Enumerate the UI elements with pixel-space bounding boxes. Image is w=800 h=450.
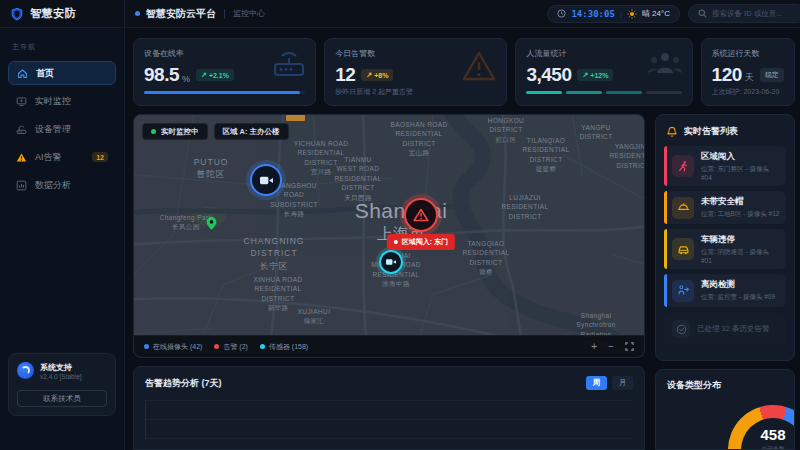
weather-text: 晴 24°C: [642, 8, 670, 19]
cyan-dot-icon: [260, 344, 265, 349]
device-type-donut-chart: 458 总设备数: [728, 405, 795, 450]
check-circle-icon: [672, 320, 690, 338]
stats-row: 设备在线率 98.5 % ↗+2.1% 今日告警数 12 ↗+8%: [133, 38, 795, 106]
map-area-label: TANGQIAO RESIDENTIAL DISTRICT 塘桥: [462, 239, 509, 277]
blue-dot-icon: [144, 344, 149, 349]
park-pin-icon: [205, 216, 218, 231]
legend-cameras: 在线摄像头 (42): [144, 342, 202, 352]
sidebar-item-ai-alerts[interactable]: AI告警 12: [8, 145, 116, 169]
nav-section-label: 主导航: [0, 42, 124, 52]
online-rate-progress: [144, 91, 305, 94]
month-toggle-button[interactable]: 月: [612, 376, 633, 390]
stat-card-alerts-today: 今日告警数 12 ↗+8% 较昨日新增 2 起严重告警: [324, 38, 507, 106]
map-area-label: TILANQIAO RESIDENTIAL DISTRICT 提篮桥: [522, 136, 569, 174]
sun-icon: [627, 9, 637, 19]
zoom-out-button[interactable]: −: [608, 342, 614, 352]
zone-selector-chip[interactable]: 区域 A: 主办公楼: [214, 123, 289, 140]
alert-location: 位置: 消防通道 - 摄像头 #01: [701, 248, 780, 264]
version-text: v2.4.0 [Stable]: [40, 373, 82, 380]
alert-triangle-icon: [413, 208, 429, 222]
monitor-icon: [16, 96, 27, 107]
alert-item-no-helmet[interactable]: 未带安全帽 位置: 工地B区 - 摄像头 #12: [664, 191, 786, 224]
fullscreen-button[interactable]: [625, 342, 634, 351]
contact-support-button[interactable]: 联系技术员: [17, 390, 107, 407]
week-toggle-button[interactable]: 周: [586, 376, 607, 390]
legend-sensors: 传感器 (158): [260, 342, 308, 352]
sidebar-item-label: 设备管理: [35, 123, 71, 136]
clock-icon: [557, 9, 566, 18]
search-input[interactable]: [712, 9, 796, 18]
zoom-in-button[interactable]: +: [591, 342, 597, 352]
status-dot: [135, 11, 140, 16]
map-area-label: YANGJING RESIDENTIAL DISTRICT: [609, 142, 645, 170]
sidebar-item-label: 首页: [36, 67, 54, 80]
live-status-chip: 实时监控中: [142, 123, 208, 140]
alert-location: 位置: 工地B区 - 摄像头 #12: [701, 210, 779, 219]
trend-up-icon: ↗: [582, 71, 588, 79]
map-panel[interactable]: 实时监控中 区域 A: 主办公楼 HONGKOU DISTRICT 虹口区YAN…: [133, 114, 645, 358]
router-icon: [16, 124, 27, 135]
sidebar-item-analytics[interactable]: 数据分析: [8, 173, 116, 197]
stat-value: 12: [335, 64, 355, 86]
stat-label: 系统运行天数: [712, 48, 784, 59]
alert-item-absence[interactable]: 离岗检测 位置: 监控室 - 摄像头 #09: [664, 274, 786, 307]
map-area-label: HONGKOU DISTRICT 虹口区: [488, 116, 524, 144]
map-area-label: XINHUA ROAD RESIDENTIAL DISTRICT 新华路: [253, 275, 302, 313]
stat-note: 上次维护: 2023-06-20: [712, 87, 780, 97]
trend-plot-area: [145, 400, 633, 440]
camera-marker[interactable]: [250, 164, 282, 196]
stat-unit: 天: [745, 71, 754, 86]
bar-chart-icon: [16, 180, 27, 191]
alert-title: 车辆违停: [701, 234, 780, 246]
alert-history-row[interactable]: 已处理 32 条历史告警: [664, 313, 786, 345]
legend-alerts: 告警 (2): [214, 342, 248, 352]
support-title: 系统支持: [40, 362, 82, 373]
topbar: 智慧安防 智慧安防云平台 监控中心 14:30:05 | 晴 24°C: [0, 0, 800, 28]
sensor-marker[interactable]: [379, 250, 403, 274]
device-total-label: 总设备数: [761, 445, 785, 450]
video-camera-icon: [259, 174, 274, 187]
device-total-value: 458: [760, 427, 785, 444]
red-dot-icon: [214, 344, 219, 349]
map-area-label: PUTUO 普陀区: [194, 156, 229, 181]
stat-value: 98.5: [144, 64, 179, 86]
page-title: 智慧安防云平台 监控中心: [125, 7, 265, 21]
trend-up-icon: ↗: [366, 71, 372, 79]
alert-item-intrusion[interactable]: 区域闯入 位置: 东门禁区 - 摄像头 #04: [664, 146, 786, 186]
search-box[interactable]: [688, 4, 800, 23]
warning-triangle-icon: [16, 152, 27, 163]
alert-dot-icon: [394, 240, 398, 244]
stat-card-foot-traffic: 人流量统计 3,450 ↗+12%: [515, 38, 692, 106]
shield-icon: [10, 7, 24, 21]
main-content: 设备在线率 98.5 % ↗+2.1% 今日告警数 12 ↗+8%: [125, 28, 800, 450]
alert-title: 未带安全帽: [701, 196, 779, 208]
map-legend-bar: 在线摄像头 (42) 告警 (2) 传感器 (158) + −: [134, 335, 644, 357]
delta-chip: ↗+8%: [361, 69, 393, 81]
delta-chip: ↗+2.1%: [196, 69, 234, 81]
alert-count-badge: 12: [92, 152, 108, 162]
alert-location: 位置: 东门禁区 - 摄像头 #04: [701, 165, 780, 181]
sidebar-item-live-monitor[interactable]: 实时监控: [8, 89, 116, 113]
bell-icon: [666, 126, 678, 138]
clock-time: 14:30:05: [571, 9, 614, 19]
alert-marker[interactable]: [404, 198, 438, 232]
helmet-icon: [672, 197, 694, 219]
alert-item-illegal-parking[interactable]: 车辆违停 位置: 消防通道 - 摄像头 #01: [664, 229, 786, 269]
home-icon: [17, 68, 28, 79]
history-text: 已处理 32 条历史告警: [697, 324, 770, 334]
warning-triangle-icon: [460, 49, 498, 83]
sidebar-item-home[interactable]: 首页: [8, 61, 116, 85]
trend-chart-panel: 告警趋势分析 (7天) 周 月: [133, 366, 645, 450]
live-dot-icon: [151, 129, 156, 134]
search-icon: [698, 9, 707, 18]
alert-location: 位置: 监控室 - 摄像头 #09: [701, 293, 775, 302]
sidebar-item-devices[interactable]: 设备管理: [8, 117, 116, 141]
sidebar: 主导航 首页 实时监控 设备管理 AI告警 12: [0, 28, 125, 450]
time-weather-widget: 14:30:05 | 晴 24°C: [547, 5, 680, 23]
device-type-title: 设备类型分布: [667, 379, 783, 392]
map-area-label: BAOSHAN ROAD RESIDENTIAL DISTRICT 宝山路: [390, 120, 447, 158]
video-camera-icon: [385, 257, 397, 267]
map-area-label: XUJIAHUI 徐家汇: [298, 307, 331, 326]
app-title: 智慧安防: [30, 6, 76, 21]
car-icon: [672, 238, 694, 260]
